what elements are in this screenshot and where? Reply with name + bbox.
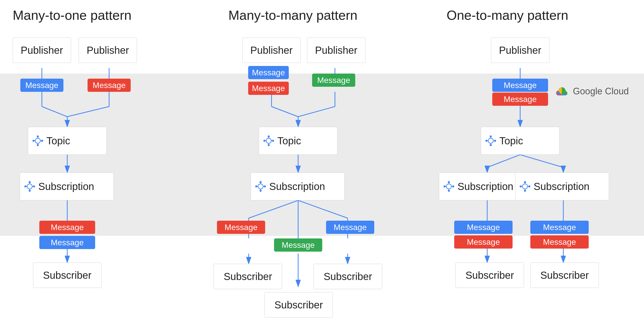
subscriber-mm-left: Subscriber bbox=[214, 264, 282, 289]
publisher-1: Publisher bbox=[13, 38, 71, 63]
subscriber-mm-right-label: Subscriber bbox=[324, 271, 372, 282]
msg-red-otm-sub-left-bottom: Message bbox=[454, 235, 513, 249]
msg-blue-pub1: Message bbox=[20, 79, 63, 92]
msg-blue-otm-sub-left-top-label: Message bbox=[467, 223, 500, 232]
publisher-3: Publisher bbox=[242, 38, 301, 63]
topic-otm: Topic bbox=[481, 127, 560, 155]
msg-blue-pub3: Message bbox=[248, 66, 289, 79]
msg-red-pub2: Message bbox=[88, 79, 131, 92]
subscription-otm-left-label: Subscription bbox=[457, 181, 513, 192]
subscription-otm-right-label: Subscription bbox=[534, 181, 589, 192]
svg-point-92 bbox=[524, 181, 526, 183]
google-cloud-text: Google Cloud bbox=[573, 86, 629, 97]
subscriber-mm-left-label: Subscriber bbox=[224, 271, 272, 282]
svg-point-67 bbox=[255, 185, 257, 187]
svg-point-65 bbox=[260, 181, 262, 183]
publisher-otm: Publisher bbox=[491, 38, 549, 63]
svg-point-57 bbox=[268, 144, 270, 146]
pubsub-icon-topic-m1 bbox=[32, 135, 44, 147]
svg-point-64 bbox=[258, 184, 263, 189]
main-container: Many-to-one pattern Publisher Publisher … bbox=[0, 0, 644, 331]
title-one-to-many: One-to-many pattern bbox=[447, 8, 568, 23]
svg-point-41 bbox=[41, 140, 43, 142]
google-cloud-badge: Google Cloud bbox=[554, 84, 629, 99]
svg-point-49 bbox=[24, 185, 26, 187]
svg-point-56 bbox=[268, 135, 270, 137]
subscriber-mm-bottom: Subscriber bbox=[264, 292, 333, 318]
msg-green-pub4: Message bbox=[312, 74, 355, 87]
svg-point-38 bbox=[37, 135, 39, 137]
svg-point-86 bbox=[452, 185, 454, 187]
svg-point-39 bbox=[37, 144, 39, 146]
msg-red-otm: Message bbox=[492, 93, 548, 106]
svg-point-40 bbox=[32, 140, 35, 142]
svg-point-59 bbox=[272, 140, 274, 142]
subscription-m1: Subscription bbox=[20, 172, 114, 200]
msg-red-mm-left: Message bbox=[217, 221, 265, 234]
pubsub-icon-topic-otm bbox=[485, 135, 497, 147]
publisher-4-label: Publisher bbox=[315, 45, 358, 56]
svg-point-47 bbox=[29, 181, 31, 183]
google-cloud-icon bbox=[554, 84, 569, 99]
pubsub-icon-sub-m1 bbox=[24, 180, 36, 193]
msg-red-otm-label: Message bbox=[504, 95, 537, 104]
svg-point-76 bbox=[485, 140, 487, 142]
subscriber-otm-left: Subscriber bbox=[455, 263, 524, 288]
msg-blue-mm-right-label: Message bbox=[334, 223, 367, 232]
svg-point-85 bbox=[444, 185, 446, 187]
svg-point-83 bbox=[448, 181, 450, 183]
subscriber-otm-right-label: Subscriber bbox=[540, 270, 589, 281]
svg-point-48 bbox=[29, 190, 31, 192]
msg-blue-m1-bottom-label: Message bbox=[51, 238, 84, 247]
subscription-m1-label: Subscription bbox=[38, 181, 94, 192]
subscriber-mm-bottom-label: Subscriber bbox=[274, 299, 323, 311]
title-many-to-one: Many-to-one pattern bbox=[13, 8, 131, 23]
svg-point-37 bbox=[35, 138, 40, 143]
publisher-3-label: Publisher bbox=[250, 45, 293, 56]
svg-point-94 bbox=[520, 185, 522, 187]
pubsub-icon-sub-otm-right bbox=[519, 180, 531, 193]
svg-point-50 bbox=[33, 185, 35, 187]
msg-blue-pub1-label: Message bbox=[25, 81, 58, 90]
msg-red-pub3-label: Message bbox=[252, 84, 285, 93]
svg-point-91 bbox=[522, 184, 528, 189]
pubsub-icon-sub-otm-left bbox=[443, 180, 455, 193]
msg-red-pub3: Message bbox=[248, 82, 289, 95]
msg-green-mm-center: Message bbox=[274, 238, 322, 252]
msg-red-otm-sub-right-bottom-label: Message bbox=[543, 237, 576, 247]
topic-m1: Topic bbox=[28, 127, 107, 155]
subscriber-m1: Subscriber bbox=[33, 263, 101, 288]
publisher-4: Publisher bbox=[307, 38, 365, 63]
msg-blue-pub3-label: Message bbox=[252, 68, 285, 77]
subscription-mm-label: Subscription bbox=[269, 181, 325, 192]
msg-blue-otm-sub-right-top-label: Message bbox=[543, 223, 576, 232]
publisher-otm-label: Publisher bbox=[499, 45, 541, 56]
msg-blue-otm-sub-right-top: Message bbox=[530, 221, 589, 234]
svg-point-58 bbox=[263, 140, 265, 142]
topic-mm-label: Topic bbox=[277, 135, 301, 147]
title-many-to-many: Many-to-many pattern bbox=[228, 8, 358, 23]
msg-red-pub2-label: Message bbox=[93, 81, 126, 90]
topic-otm-label: Topic bbox=[499, 135, 523, 147]
msg-red-m1-bottom-label: Message bbox=[51, 223, 84, 232]
svg-point-84 bbox=[448, 190, 450, 192]
msg-blue-otm-label: Message bbox=[504, 81, 537, 90]
topic-mm: Topic bbox=[259, 127, 337, 155]
msg-blue-otm-sub-left-top: Message bbox=[454, 221, 513, 234]
svg-point-95 bbox=[528, 185, 530, 187]
msg-green-pub4-label: Message bbox=[317, 76, 350, 85]
svg-point-75 bbox=[490, 144, 492, 146]
publisher-1-label: Publisher bbox=[21, 45, 63, 56]
svg-point-73 bbox=[488, 138, 493, 143]
subscription-mm: Subscription bbox=[251, 172, 345, 200]
svg-point-55 bbox=[266, 138, 271, 143]
publisher-2: Publisher bbox=[79, 38, 137, 63]
svg-point-93 bbox=[524, 190, 526, 192]
publisher-2-label: Publisher bbox=[87, 45, 129, 56]
msg-green-mm-center-label: Message bbox=[282, 240, 315, 250]
msg-red-mm-left-label: Message bbox=[225, 223, 258, 232]
msg-blue-m1-bottom: Message bbox=[39, 236, 95, 249]
topic-m1-label: Topic bbox=[46, 135, 70, 147]
svg-point-46 bbox=[27, 184, 32, 189]
pubsub-icon-sub-mm bbox=[255, 180, 267, 193]
